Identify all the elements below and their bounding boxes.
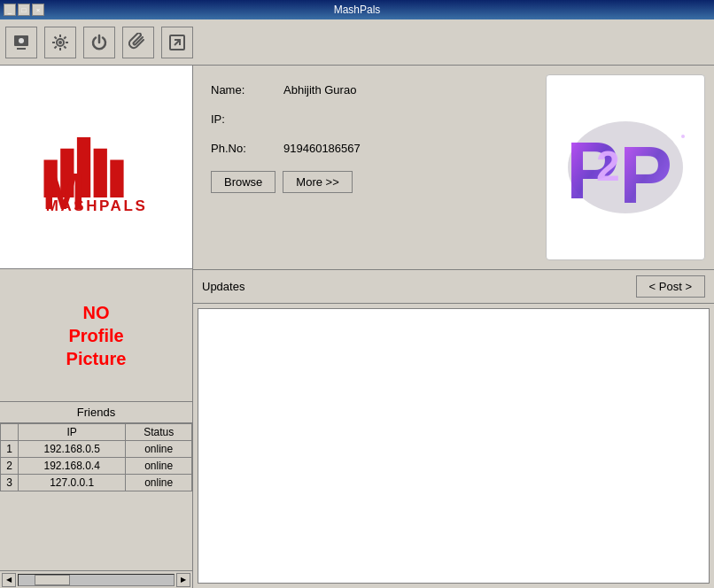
friends-section: Friends IP Status 1 192.168.0.5 online 2 — [0, 402, 192, 588]
svg-line-9 — [55, 36, 57, 38]
toolbar — [0, 19, 714, 66]
updates-label: Updates — [202, 280, 244, 293]
export-icon — [167, 33, 187, 52]
export-button[interactable] — [161, 27, 193, 58]
window-title: MashPals — [334, 4, 381, 16]
p2p-logo: P 2 P — [559, 114, 692, 220]
scroll-thumb[interactable] — [35, 575, 70, 585]
updates-header: Updates < Post > — [193, 270, 714, 304]
friends-table-container[interactable]: IP Status 1 192.168.0.5 online 2 192.168… — [0, 423, 192, 570]
right-panel: Name: Abhijith Gurao IP: Ph.No: 91946018… — [193, 66, 714, 588]
phone-row: Ph.No: 919460186567 — [211, 142, 519, 155]
action-buttons: Browse More >> — [211, 171, 519, 193]
svg-point-30 — [678, 144, 680, 147]
table-row[interactable]: 1 192.168.0.5 online — [1, 441, 192, 458]
ip-row: IP: — [211, 112, 519, 126]
window-controls[interactable]: _ □ × — [4, 4, 44, 16]
name-label: Name: — [211, 83, 273, 97]
friend-status: online — [126, 458, 192, 475]
left-panel: M MASHPALS NOProfilePicture Friends IP S — [0, 66, 193, 588]
scroll-track[interactable] — [18, 574, 175, 586]
attach-button[interactable] — [122, 27, 154, 58]
svg-point-4 — [58, 41, 62, 44]
friend-ip: 192.168.0.4 — [19, 458, 126, 475]
close-button[interactable]: × — [32, 4, 44, 16]
friend-status: online — [126, 441, 192, 458]
phone-value: 919460186567 — [283, 142, 361, 155]
friend-status: online — [126, 475, 192, 491]
logo-area: M MASHPALS — [0, 66, 192, 269]
friend-ip: 192.168.0.5 — [19, 441, 126, 458]
friends-header: Friends — [0, 402, 192, 423]
svg-line-12 — [55, 46, 57, 48]
svg-point-29 — [664, 121, 667, 125]
table-row[interactable]: 3 127.0.0.1 online — [1, 475, 192, 491]
friends-table: IP Status 1 192.168.0.5 online 2 192.168… — [0, 423, 192, 491]
svg-point-2 — [19, 38, 24, 43]
svg-rect-19 — [110, 159, 123, 197]
profile-pic-area: NOProfilePicture — [0, 269, 192, 402]
main-container: M MASHPALS NOProfilePicture Friends IP S — [0, 66, 714, 588]
svg-line-10 — [64, 46, 66, 48]
user-button[interactable] — [5, 27, 37, 58]
horizontal-scrollbar[interactable]: ◀ ▶ — [0, 570, 192, 588]
svg-rect-1 — [17, 48, 26, 50]
scroll-right-arrow[interactable]: ▶ — [176, 573, 190, 587]
ip-label: IP: — [211, 112, 273, 126]
svg-rect-18 — [93, 148, 106, 197]
phone-label: Ph.No: — [211, 142, 273, 155]
col-header-num — [1, 424, 19, 441]
svg-text:2: 2 — [596, 143, 620, 190]
table-row[interactable]: 2 192.168.0.4 online — [1, 458, 192, 475]
paperclip-icon — [128, 33, 148, 52]
browse-button[interactable]: Browse — [211, 171, 276, 193]
row-num: 3 — [1, 475, 19, 491]
svg-line-11 — [64, 36, 66, 38]
p2p-logo-area: P 2 P — [546, 74, 705, 260]
svg-point-28 — [681, 135, 685, 138]
title-bar: _ □ × MashPals — [0, 0, 714, 19]
updates-content — [198, 308, 710, 584]
post-button[interactable]: < Post > — [636, 275, 705, 298]
row-num: 1 — [1, 441, 19, 458]
maximize-button[interactable]: □ — [18, 4, 30, 16]
user-icon — [11, 32, 32, 53]
svg-text:MASHPALS: MASHPALS — [45, 197, 147, 214]
friend-ip: 127.0.0.1 — [19, 475, 126, 491]
power-button[interactable] — [83, 27, 115, 58]
settings-button[interactable] — [44, 27, 76, 58]
scroll-left-arrow[interactable]: ◀ — [2, 573, 16, 587]
name-row: Name: Abhijith Gurao — [211, 83, 519, 97]
more-button[interactable]: More >> — [283, 171, 352, 193]
power-icon — [89, 33, 109, 52]
gear-icon — [50, 33, 70, 52]
top-right-section: Name: Abhijith Gurao IP: Ph.No: 91946018… — [193, 66, 714, 269]
col-header-ip: IP — [19, 424, 126, 441]
row-num: 2 — [1, 458, 19, 475]
no-profile-text: NOProfilePicture — [66, 301, 127, 370]
updates-section: Updates < Post > — [193, 269, 714, 588]
name-value: Abhijith Gurao — [283, 83, 356, 97]
minimize-button[interactable]: _ — [4, 4, 16, 16]
mashpals-logo: M MASHPALS — [21, 110, 172, 225]
svg-text:P: P — [619, 131, 672, 220]
profile-info: Name: Abhijith Gurao IP: Ph.No: 91946018… — [193, 66, 537, 269]
col-header-status: Status — [126, 424, 192, 441]
svg-point-27 — [671, 125, 677, 130]
